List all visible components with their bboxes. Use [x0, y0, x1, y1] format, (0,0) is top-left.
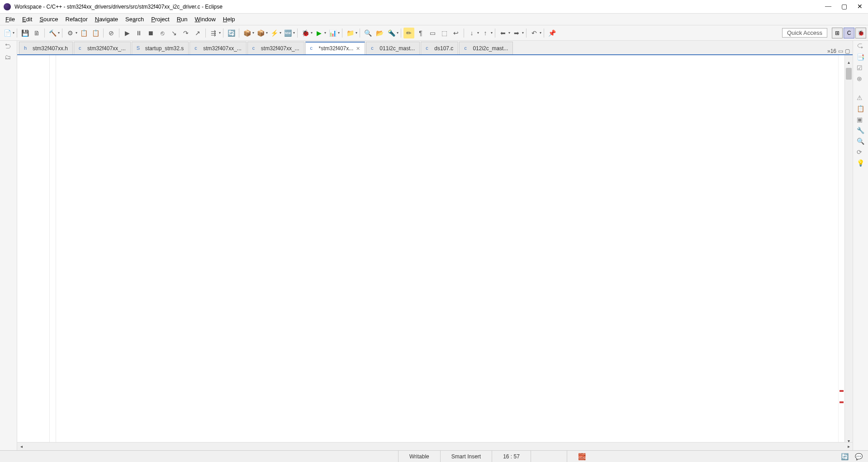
- search-view-icon[interactable]: 🔍: [857, 138, 865, 146]
- tab-overflow[interactable]: »16: [827, 48, 836, 54]
- tasks-icon[interactable]: 📋: [857, 105, 865, 113]
- scroll-thumb[interactable]: [846, 68, 852, 80]
- menu-edit[interactable]: Edit: [19, 14, 36, 24]
- close-tab-icon[interactable]: ✕: [356, 46, 360, 52]
- build-status-icon[interactable]: 🧱: [567, 451, 597, 462]
- outline-icon[interactable]: 📑: [857, 53, 865, 62]
- block-select-button[interactable]: ▭: [427, 28, 438, 38]
- editor-tab[interactable]: hstm32f407xx.h: [19, 42, 73, 54]
- maximize-button[interactable]: ▢: [841, 3, 847, 10]
- disconnect-button[interactable]: ⎋: [157, 28, 168, 38]
- new-class-button[interactable]: 🆕: [282, 28, 293, 38]
- new-project-button[interactable]: 📁: [345, 28, 356, 38]
- back-button[interactable]: ⬅: [498, 28, 508, 38]
- status-insert-mode[interactable]: Smart Insert: [440, 451, 492, 462]
- word-wrap-button[interactable]: ↩: [451, 28, 461, 38]
- build-button[interactable]: 🔨: [47, 28, 58, 38]
- open-perspective-button[interactable]: ⊞: [832, 28, 843, 38]
- toggle-ws-button[interactable]: ¶: [415, 28, 426, 38]
- profile-button[interactable]: 📊: [327, 28, 338, 38]
- debug-button[interactable]: 🐞: [300, 28, 311, 38]
- minimize-view-icon[interactable]: ▭: [838, 48, 843, 54]
- menu-project[interactable]: Project: [147, 14, 173, 24]
- code-editor[interactable]: ▴ ▾: [17, 55, 853, 442]
- open-type-button[interactable]: 🔍: [362, 28, 373, 38]
- editor-tab[interactable]: c011i2c_mast...: [366, 42, 420, 54]
- task-list-icon[interactable]: ☑: [857, 64, 865, 72]
- perspective-cpp[interactable]: C: [844, 28, 854, 38]
- menu-help[interactable]: Help: [219, 14, 239, 24]
- progress-icon[interactable]: ⟳: [857, 148, 865, 157]
- step-over-button[interactable]: ↷: [180, 28, 191, 38]
- scroll-down-icon[interactable]: ▾: [845, 434, 853, 442]
- editor-tab[interactable]: cstm32f407xx_...: [190, 42, 247, 54]
- restart-button[interactable]: 🔄: [226, 28, 237, 38]
- menu-refactor[interactable]: Refactor: [62, 14, 91, 24]
- last-edit-button[interactable]: ↶: [529, 28, 540, 38]
- save-all-button[interactable]: 🗎: [31, 28, 42, 38]
- overview-ruler[interactable]: [838, 55, 844, 442]
- scroll-right-icon[interactable]: ▸: [844, 444, 853, 449]
- restore-icon[interactable]: ⮌: [5, 43, 13, 51]
- project-explorer-icon[interactable]: 🗂: [5, 53, 13, 62]
- updates-icon[interactable]: 🔄: [841, 453, 849, 460]
- instruction-step-button[interactable]: ⇶: [208, 28, 219, 38]
- horizontal-scrollbar[interactable]: ◂ ▸: [17, 442, 853, 450]
- perspective-debug[interactable]: 🐞: [855, 28, 866, 38]
- restore-right-icon[interactable]: ⮎: [857, 43, 865, 51]
- error-marker[interactable]: [840, 401, 844, 403]
- code-text[interactable]: [56, 55, 838, 442]
- editor-tab[interactable]: cds107.c: [421, 42, 458, 54]
- step-into-button[interactable]: ↘: [169, 28, 180, 38]
- maximize-view-icon[interactable]: ▢: [845, 48, 850, 54]
- problems-icon[interactable]: ⚠: [857, 94, 865, 102]
- show-ws-button[interactable]: ⬚: [439, 28, 450, 38]
- menu-navigate[interactable]: Navigate: [91, 14, 122, 24]
- folding-column[interactable]: [50, 55, 56, 442]
- forward-button[interactable]: ➡: [511, 28, 522, 38]
- target-run-button[interactable]: 📋: [90, 28, 101, 38]
- launch-mode-button[interactable]: 📦: [242, 28, 252, 38]
- toggle-mark-button[interactable]: ✏: [403, 28, 414, 38]
- eclipse-icon: [4, 3, 11, 10]
- error-marker[interactable]: [840, 390, 844, 392]
- resume-button[interactable]: ▶: [122, 28, 133, 38]
- menu-search[interactable]: Search: [122, 14, 147, 24]
- step-return-button[interactable]: ↗: [192, 28, 203, 38]
- prev-annotation-button[interactable]: ↑: [480, 28, 491, 38]
- terminate-button[interactable]: ⏹: [145, 28, 156, 38]
- build-config-button[interactable]: ⚙: [65, 28, 76, 38]
- new-button[interactable]: 📄: [2, 28, 13, 38]
- scroll-up-icon[interactable]: ▴: [845, 55, 853, 63]
- menu-source[interactable]: Source: [36, 14, 62, 24]
- make-target-icon[interactable]: ⊛: [857, 75, 865, 83]
- editor-tab[interactable]: c*stm32f407x...✕: [305, 42, 365, 54]
- properties-icon[interactable]: 🔧: [857, 127, 865, 135]
- target-button[interactable]: 📋: [78, 28, 89, 38]
- editor-tab[interactable]: Sstartup_stm32.s: [132, 42, 189, 54]
- skip-breakpoints-button[interactable]: ⊘: [106, 28, 117, 38]
- console-icon[interactable]: ▣: [857, 116, 865, 124]
- menu-window[interactable]: Window: [191, 14, 219, 24]
- open-task-button[interactable]: 📂: [374, 28, 385, 38]
- close-button[interactable]: ✕: [857, 3, 863, 10]
- search-button[interactable]: 🔦: [386, 28, 397, 38]
- tip-icon[interactable]: 💬: [855, 453, 863, 460]
- editor-tab[interactable]: cstm32f407xx_...: [247, 42, 304, 54]
- next-annotation-button[interactable]: ↓: [466, 28, 477, 38]
- editor-tab[interactable]: c012i2c_mast...: [459, 42, 513, 54]
- suspend-button[interactable]: ⏸: [133, 28, 144, 38]
- menu-run[interactable]: Run: [173, 14, 191, 24]
- quick-access[interactable]: Quick Access: [782, 28, 827, 38]
- pin-button[interactable]: 📌: [546, 28, 557, 38]
- launch-mode3-button[interactable]: ⚡: [269, 28, 280, 38]
- menu-file[interactable]: File: [2, 14, 19, 24]
- editor-tab[interactable]: cstm32f407xx_...: [74, 42, 131, 54]
- lightbulb-icon[interactable]: 💡: [857, 159, 865, 167]
- run-button[interactable]: ▶: [313, 28, 324, 38]
- vertical-scrollbar[interactable]: ▴ ▾: [844, 55, 853, 442]
- minimize-button[interactable]: —: [825, 3, 831, 10]
- scroll-left-icon[interactable]: ◂: [17, 444, 25, 449]
- save-button[interactable]: 💾: [19, 28, 30, 38]
- launch-mode2-button[interactable]: 📦: [255, 28, 266, 38]
